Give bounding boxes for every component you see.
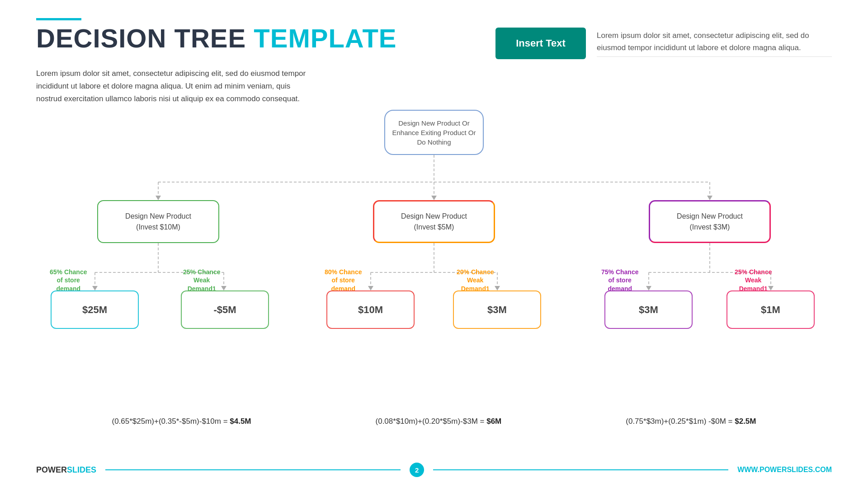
tree-connectors [36,110,832,417]
header-description: Lorem ipsum dolor sit amet, consectetur … [597,28,832,54]
svg-marker-19 [707,196,712,200]
brand-slides: SLIDES [67,465,96,474]
page-title: DECISION TREE TEMPLATE [36,24,397,53]
svg-marker-18 [431,196,437,200]
level2-node-3: $10M [326,290,415,329]
level2-node-6: $1M [726,290,815,329]
footer-line-right [433,469,728,470]
formula-3: (0.75*$3m)+(0.25*$1m) -$0M = $2.5M [626,417,756,426]
header-divider [597,56,832,57]
level2-node-4: $3M [453,290,541,329]
formula-1: (0.65*$25m)+(0.35*-$5m)-$10m = $4.5M [112,417,251,426]
svg-marker-21 [221,286,226,290]
chance-label-5: 75% Chanceof storedemand [601,268,638,293]
brand-power: POWER [36,465,67,474]
level1-node-right: Design New Product(Invest $3M) [649,200,771,243]
intro-text: Lorem ipsum dolor sit amet, consectetur … [36,67,316,105]
footer: POWERSLIDES 2 WWW.POWERSLIDES.COM [36,463,832,477]
chance-label-3: 80% Chanceof storedemand [325,268,362,293]
level2-node-5: $3M [604,290,693,329]
chance-label-6: 25% ChanceWeakDemand1 [735,268,772,293]
header-right: Insert Text Lorem ipsum dolor sit amet, … [495,28,832,59]
footer-line-left [105,469,401,470]
chance-label-1: 65% Chanceof storedemand [50,268,87,293]
level2-node-1: $25M [51,290,139,329]
formula-row: (0.65*$25m)+(0.35*-$5m)-$10m = $4.5M (0.… [36,417,832,426]
title-part1: DECISION TREE [36,23,254,53]
title-part2: TEMPLATE [254,23,396,53]
page-number: 2 [410,463,424,477]
title-row: DECISION TREE TEMPLATE Insert Text Lorem… [36,24,832,59]
chance-label-4: 20% ChanceWeakDemand1 [457,268,494,293]
svg-marker-24 [646,286,651,290]
formula-2: (0.08*$10m)+(0.20*$5m)-$3M = $6M [376,417,502,426]
chance-label-2: 25% ChanceWeakDemand1 [183,268,220,293]
level1-node-left: Design New Product(Invest $10M) [97,200,219,243]
title-block: DECISION TREE TEMPLATE [36,24,397,53]
svg-marker-23 [495,286,500,290]
insert-text-button[interactable]: Insert Text [495,28,586,59]
svg-marker-22 [368,286,373,290]
svg-marker-17 [156,196,161,200]
level2-node-2: -$5M [181,290,269,329]
svg-marker-20 [92,286,98,290]
level1-node-mid: Design New Product(Invest $5M) [373,200,495,243]
footer-url: WWW.POWERSLIDES.COM [737,466,832,474]
header-accent [36,18,81,20]
root-node: Design New Product OrEnhance Exiting Pro… [384,110,484,155]
page: DECISION TREE TEMPLATE Insert Text Lorem… [0,0,868,487]
header-desc-block: Lorem ipsum dolor sit amet, consectetur … [597,28,832,57]
brand-logo: POWERSLIDES [36,465,96,475]
tree-area: Design New Product OrEnhance Exiting Pro… [36,110,832,417]
